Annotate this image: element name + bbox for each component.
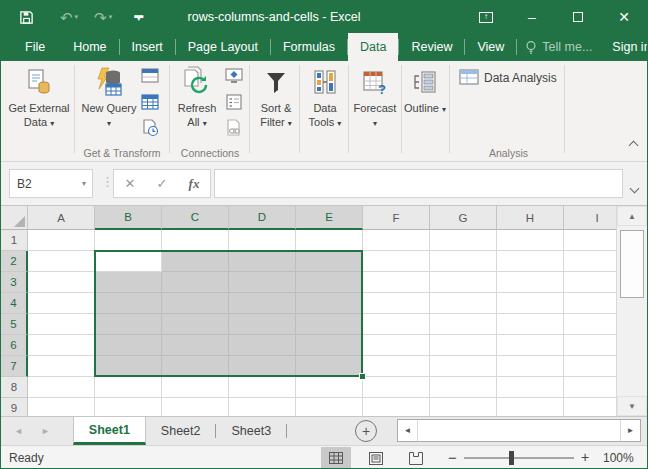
- name-box-dropdown-icon[interactable]: ▾: [82, 179, 86, 188]
- sign-in-button[interactable]: Sign in: [600, 33, 648, 61]
- save-button[interactable]: [13, 1, 40, 33]
- ribbon-display-options-button[interactable]: ↑: [463, 1, 509, 33]
- cell-b1[interactable]: [95, 230, 162, 251]
- zoom-slider-handle[interactable]: [509, 451, 514, 465]
- outline-button[interactable]: Outline ▾: [404, 65, 446, 115]
- cell-f3[interactable]: [363, 272, 430, 293]
- undo-button[interactable]: ↶ ▾: [54, 1, 84, 33]
- cell-i2[interactable]: [564, 251, 616, 272]
- formula-bar-expand-button[interactable]: [631, 178, 638, 196]
- cell-i6[interactable]: [564, 335, 616, 356]
- cell-h1[interactable]: [497, 230, 564, 251]
- cell-i3[interactable]: [564, 272, 616, 293]
- zoom-slider-track[interactable]: [464, 457, 574, 459]
- tab-home[interactable]: Home: [61, 33, 118, 61]
- row-header-2[interactable]: 2: [1, 251, 28, 272]
- row-header-3[interactable]: 3: [1, 272, 28, 293]
- cell-g3[interactable]: [430, 272, 497, 293]
- cell-h9[interactable]: [497, 398, 564, 416]
- scroll-up-button[interactable]: ▲: [617, 206, 647, 226]
- get-external-data-button[interactable]: Get External Data ▾: [7, 65, 71, 130]
- cell-g2[interactable]: [430, 251, 497, 272]
- row-header-9[interactable]: 9: [1, 398, 28, 416]
- cell-e8[interactable]: [296, 377, 363, 398]
- column-header-b[interactable]: B: [95, 206, 162, 230]
- cell-f8[interactable]: [363, 377, 430, 398]
- row-header-6[interactable]: 6: [1, 335, 28, 356]
- data-tools-button[interactable]: Data Tools ▾: [303, 65, 347, 130]
- scroll-down-button[interactable]: ▼: [617, 396, 647, 416]
- sort-filter-button[interactable]: Sort & Filter ▾: [254, 65, 298, 130]
- normal-view-button[interactable]: [321, 447, 351, 469]
- zoom-out-button[interactable]: −: [448, 446, 457, 469]
- column-header-c[interactable]: C: [162, 206, 229, 230]
- cell-i7[interactable]: [564, 356, 616, 377]
- cell-f7[interactable]: [363, 356, 430, 377]
- cell-g9[interactable]: [430, 398, 497, 416]
- cell-h2[interactable]: [497, 251, 564, 272]
- tab-view[interactable]: View: [465, 33, 516, 61]
- cell-d1[interactable]: [229, 230, 296, 251]
- cell-f9[interactable]: [363, 398, 430, 416]
- cell-a3[interactable]: [28, 272, 95, 293]
- connections-button[interactable]: [223, 65, 245, 87]
- cell-c9[interactable]: [162, 398, 229, 416]
- sheet-tab-sheet1[interactable]: Sheet1: [73, 417, 146, 445]
- scroll-left-button[interactable]: ◄: [398, 420, 418, 441]
- minimize-button[interactable]: –: [509, 1, 555, 33]
- row-header-1[interactable]: 1: [1, 230, 28, 251]
- cell-h4[interactable]: [497, 293, 564, 314]
- cell-a6[interactable]: [28, 335, 95, 356]
- column-header-f[interactable]: F: [363, 206, 430, 230]
- edit-links-button[interactable]: [223, 117, 245, 139]
- tab-file[interactable]: File: [9, 33, 61, 61]
- cell-i1[interactable]: [564, 230, 616, 251]
- cell-g6[interactable]: [430, 335, 497, 356]
- row-header-4[interactable]: 4: [1, 293, 28, 314]
- cell-i4[interactable]: [564, 293, 616, 314]
- cell-h3[interactable]: [497, 272, 564, 293]
- cell-e9[interactable]: [296, 398, 363, 416]
- cell-a2[interactable]: [28, 251, 95, 272]
- close-button[interactable]: ✕: [601, 1, 647, 33]
- vertical-scroll-thumb[interactable]: [620, 230, 644, 298]
- row-header-7[interactable]: 7: [1, 356, 28, 377]
- cell-a5[interactable]: [28, 314, 95, 335]
- page-break-preview-button[interactable]: [401, 447, 431, 469]
- cell-f2[interactable]: [363, 251, 430, 272]
- cell-g5[interactable]: [430, 314, 497, 335]
- cell-a1[interactable]: [28, 230, 95, 251]
- enter-button[interactable]: ✓: [157, 176, 168, 191]
- row-header-5[interactable]: 5: [1, 314, 28, 335]
- tab-insert[interactable]: Insert: [120, 33, 175, 61]
- from-table-button[interactable]: [139, 91, 161, 113]
- cell-a9[interactable]: [28, 398, 95, 416]
- cell-h7[interactable]: [497, 356, 564, 377]
- cell-e1[interactable]: [296, 230, 363, 251]
- tab-data[interactable]: Data: [348, 33, 398, 61]
- column-header-a[interactable]: A: [28, 206, 95, 230]
- cell-g1[interactable]: [430, 230, 497, 251]
- prev-sheet-button[interactable]: ◄: [5, 417, 32, 445]
- insert-function-button[interactable]: fx: [189, 176, 200, 192]
- cell-a8[interactable]: [28, 377, 95, 398]
- vertical-scrollbar[interactable]: ▲ ▼: [616, 206, 647, 416]
- cell-d9[interactable]: [229, 398, 296, 416]
- page-layout-view-button[interactable]: [361, 447, 391, 469]
- cell-a7[interactable]: [28, 356, 95, 377]
- cell-g8[interactable]: [430, 377, 497, 398]
- redo-button[interactable]: ↷ ▾: [88, 1, 118, 33]
- name-box[interactable]: B2 ▾: [9, 169, 93, 198]
- zoom-in-button[interactable]: +: [581, 446, 589, 469]
- cell-g4[interactable]: [430, 293, 497, 314]
- refresh-all-button[interactable]: Refresh All ▾: [173, 65, 221, 130]
- maximize-button[interactable]: [555, 1, 601, 33]
- properties-button[interactable]: [223, 91, 245, 113]
- cell-f4[interactable]: [363, 293, 430, 314]
- column-header-i[interactable]: I: [564, 206, 616, 230]
- collapse-ribbon-button[interactable]: [630, 135, 637, 153]
- column-header-h[interactable]: H: [497, 206, 564, 230]
- cell-d8[interactable]: [229, 377, 296, 398]
- cell-b8[interactable]: [95, 377, 162, 398]
- cell-f6[interactable]: [363, 335, 430, 356]
